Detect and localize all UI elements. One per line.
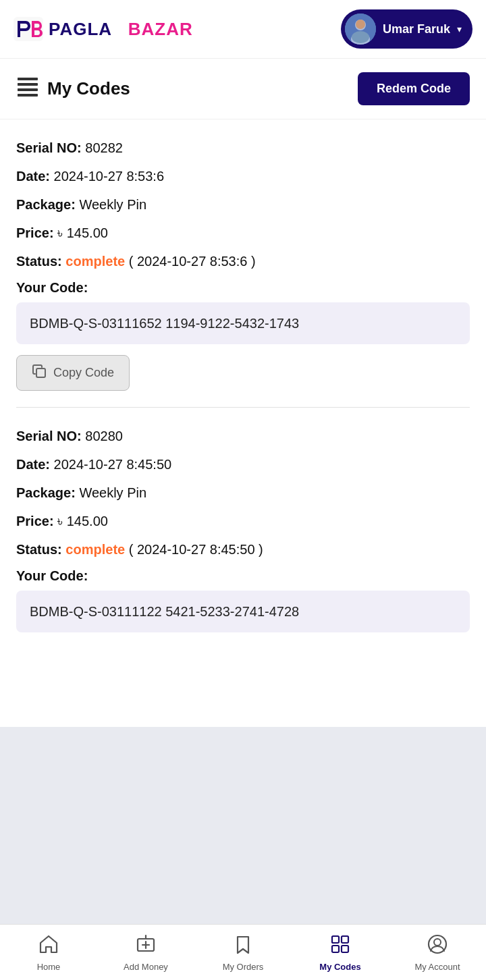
nav-label-my-account: My Account [414,962,460,972]
date-row-1: Date: 2024-10-27 8:45:50 [16,455,470,474]
logo-text: PAGLA BAZAR [49,19,193,40]
code-card-1: Serial NO: 80280 Date: 2024-10-27 8:45:5… [16,408,470,659]
account-icon [427,934,448,959]
home-icon [38,934,59,959]
logo-icon [14,17,43,41]
svg-rect-20 [342,936,348,943]
code-box-0: BDMB-Q-S-03111652 1194-9122-5432-1743 [16,302,470,344]
your-code-label-0: Your Code: [16,280,470,296]
svg-point-5 [352,31,369,43]
redeem-code-button[interactable]: Redem Code [358,72,470,105]
section-title-area: My Codes [16,75,130,103]
nav-item-home[interactable]: Home [0,925,97,980]
user-menu-button[interactable]: Umar Faruk ▾ [341,9,473,49]
price-row-1: Price: ৳ 145.00 [16,512,470,530]
svg-rect-13 [18,94,20,97]
nav-label-my-codes: My Codes [319,962,360,972]
status-row-1: Status: complete ( 2024-10-27 8:45:50 ) [16,540,470,559]
package-row-0: Package: Weekly Pin [16,195,470,214]
serial-row-0: Serial NO: 80282 [16,138,470,157]
header: PAGLA BAZAR Umar Faruk ▾ [0,0,486,59]
svg-point-24 [434,939,441,946]
svg-point-4 [356,20,365,29]
package-row-1: Package: Weekly Pin [16,483,470,502]
section-header: My Codes Redem Code [0,59,486,119]
svg-rect-11 [18,83,20,86]
svg-rect-19 [332,936,339,943]
svg-rect-12 [18,88,20,91]
nav-item-my-orders[interactable]: My Orders [194,925,292,980]
your-code-label-1: Your Code: [16,568,470,584]
chevron-down-icon: ▾ [457,24,462,34]
svg-rect-21 [332,946,339,952]
nav-item-my-account[interactable]: My Account [389,925,486,980]
codes-list: Serial NO: 80282 Date: 2024-10-27 8:53:6… [0,119,486,659]
bookmark-icon [233,934,253,959]
nav-item-add-money[interactable]: Add Money [97,925,194,980]
svg-rect-8 [18,88,38,91]
code-card-0: Serial NO: 80282 Date: 2024-10-27 8:53:6… [16,119,470,408]
svg-rect-10 [18,78,20,80]
bottom-nav: Home Add Money My Orders [0,924,486,980]
nav-label-home: Home [37,962,61,972]
date-row-0: Date: 2024-10-27 8:53:6 [16,167,470,186]
logo: PAGLA BAZAR [14,17,193,41]
code-box-1: BDMB-Q-S-03111122 5421-5233-2741-4728 [16,591,470,632]
copy-code-button-0[interactable]: Copy Code [16,355,130,391]
serial-row-1: Serial NO: 80280 [16,427,470,445]
logo-bazar: BAZAR [128,19,193,39]
nav-label-add-money: Add Money [124,962,168,972]
grid-icon [330,934,350,959]
svg-rect-6 [18,78,38,80]
nav-item-my-codes[interactable]: My Codes [292,925,389,980]
user-name: Umar Faruk [383,22,450,36]
section-title: My Codes [47,78,130,99]
add-money-icon [136,934,156,959]
svg-rect-7 [18,83,38,86]
svg-rect-9 [18,94,38,97]
nav-label-my-orders: My Orders [223,962,264,972]
status-row-0: Status: complete ( 2024-10-27 8:53:6 ) [16,252,470,271]
list-icon [16,75,39,103]
svg-rect-14 [36,369,45,377]
copy-icon-0 [32,364,47,382]
svg-rect-22 [342,946,348,952]
page-content: My Codes Redem Code Serial NO: 80282 Dat… [0,59,486,727]
price-row-0: Price: ৳ 145.00 [16,223,470,242]
logo-pagla: PAGLA [49,19,111,39]
avatar [345,13,376,45]
